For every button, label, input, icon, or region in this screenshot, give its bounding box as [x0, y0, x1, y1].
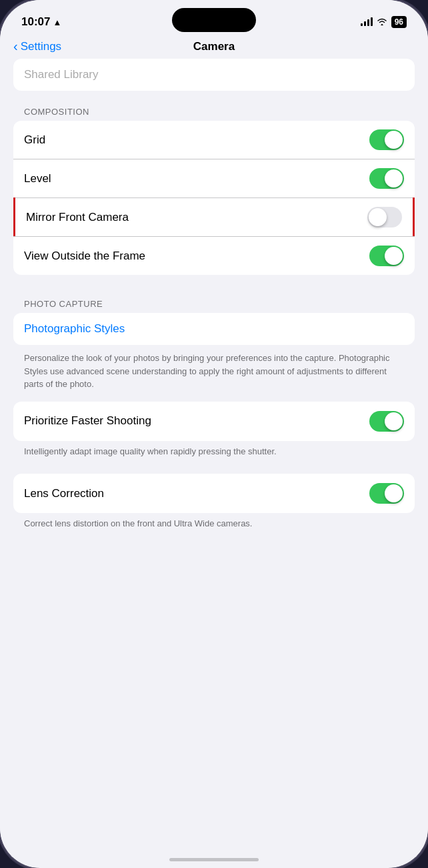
settings-content: Shared Library COMPOSITION Grid Level [0, 59, 428, 857]
battery-level: 96 [395, 17, 403, 27]
back-chevron-icon: ‹ [13, 39, 18, 54]
level-toggle[interactable] [369, 168, 404, 189]
view-outside-frame-label: View Outside the Frame [24, 250, 145, 263]
prioritize-faster-shooting-description: Intelligently adapt image quality when r… [0, 441, 428, 469]
lens-correction-row: Lens Correction [13, 474, 415, 513]
prioritize-faster-shooting-row: Prioritize Faster Shooting [13, 402, 415, 441]
prioritize-faster-shooting-label: Prioritize Faster Shooting [24, 414, 151, 428]
composition-section: COMPOSITION Grid Level [0, 101, 428, 275]
nav-bar: ‹ Settings Camera [0, 35, 428, 59]
wifi-icon [377, 17, 387, 27]
level-toggle-knob [385, 169, 403, 187]
mirror-front-camera-toggle-knob [369, 208, 387, 226]
phone-screen: 10:07 ▲ 96 [0, 0, 428, 868]
mirror-front-camera-row: Mirror Front Camera [15, 197, 413, 236]
lens-correction-toggle-knob [385, 484, 403, 502]
photographic-styles-label: Photographic Styles [24, 322, 125, 335]
grid-label: Grid [24, 133, 45, 147]
grid-toggle[interactable] [369, 129, 404, 150]
page-title: Camera [193, 40, 235, 53]
prioritize-faster-shooting-toggle-knob [385, 412, 403, 430]
time-label: 10:07 [21, 15, 50, 29]
lens-correction-description: Correct lens distortion on the front and… [0, 513, 428, 541]
grid-toggle-knob [385, 131, 403, 149]
dynamic-island [172, 8, 256, 32]
level-row: Level [13, 159, 415, 197]
view-outside-frame-toggle-knob [385, 247, 403, 265]
grid-row: Grid [13, 121, 415, 159]
lens-correction-label: Lens Correction [24, 487, 104, 500]
status-icons: 96 [361, 16, 407, 28]
photographic-styles-description: Personalize the look of your photos by b… [0, 348, 428, 402]
shared-library-label: Shared Library [24, 68, 99, 81]
mirror-front-camera-toggle[interactable] [367, 207, 402, 228]
home-indicator [169, 858, 259, 861]
lens-correction-toggle[interactable] [369, 483, 404, 504]
location-icon: ▲ [53, 17, 61, 27]
back-label: Settings [21, 40, 61, 53]
signal-bars-icon [361, 18, 373, 26]
phone-frame: 10:07 ▲ 96 [0, 0, 428, 868]
battery-indicator: 96 [391, 16, 407, 28]
photographic-styles-row[interactable]: Photographic Styles [13, 313, 415, 345]
level-label: Level [24, 172, 51, 185]
back-button[interactable]: ‹ Settings [13, 39, 61, 54]
view-outside-frame-toggle[interactable] [369, 246, 404, 266]
photo-capture-section: PHOTO CAPTURE Photographic Styles Person… [0, 294, 428, 568]
view-outside-frame-row: View Outside the Frame [13, 237, 415, 275]
status-time: 10:07 ▲ [21, 15, 61, 29]
photo-capture-section-header: PHOTO CAPTURE [0, 294, 428, 313]
mirror-front-camera-label: Mirror Front Camera [26, 211, 129, 224]
prioritize-faster-shooting-toggle[interactable] [369, 411, 404, 432]
composition-section-header: COMPOSITION [0, 101, 428, 121]
